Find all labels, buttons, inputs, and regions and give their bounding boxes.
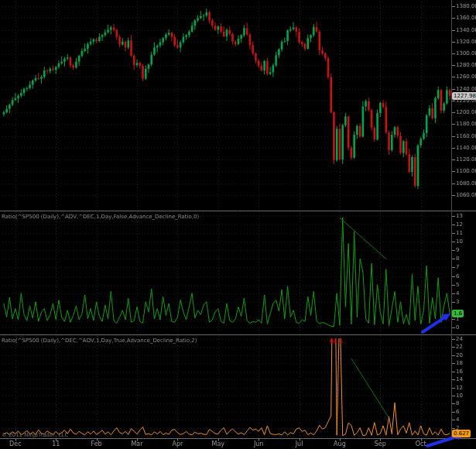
y-axis-tick-label: 4: [456, 416, 459, 423]
y-axis-tick-label: 6: [456, 409, 459, 415]
spike-value-annotation: 68.1: [330, 338, 343, 344]
y-axis-tick-label: 2: [456, 425, 459, 431]
x-axis-month-label: Mar: [131, 440, 142, 447]
y-axis-tick-label: 12: [456, 221, 463, 228]
dec-ratio-marker: 0.627: [452, 430, 471, 437]
y-axis-tick-label: 1340.00: [456, 27, 476, 33]
y-axis-tick-label: 10: [456, 238, 463, 245]
x-axis-month-label: Jun: [254, 440, 264, 447]
copyright-text: © 2011 NinjaTrader, LLC: [2, 432, 68, 438]
y-axis-tick-label: 24: [456, 336, 463, 342]
y-axis-tick-label: 14: [456, 376, 463, 382]
y-axis-tick-label: 7: [456, 264, 459, 270]
y-axis-tick-label: 1280.00: [456, 62, 476, 68]
y-axis-tick-label: 12: [456, 385, 463, 391]
y-axis-tick-label: 1220.00: [456, 98, 476, 104]
y-axis-tick-label: 0: [456, 433, 459, 439]
x-axis-month-label: Feb: [91, 440, 102, 447]
y-axis-tick-label: 1100.00: [456, 168, 476, 174]
x-axis-month-label: Jul: [296, 440, 303, 447]
y-axis-tick-label: 3: [456, 299, 459, 305]
x-axis-month-label: May: [211, 440, 224, 447]
y-axis-tick-label: 13: [456, 213, 463, 219]
y-axis-tick-label: 18: [456, 360, 463, 366]
y-axis-tick-label: 16: [456, 368, 463, 375]
y-axis-tick-label: 1160.00: [456, 133, 476, 139]
y-axis-tick-label: 9: [456, 247, 459, 253]
dec-adv-indicator-label[interactable]: Ratio(^SP500 (Daily),^DEC,^ADV,1,Day,Tru…: [2, 338, 197, 344]
y-axis-tick-label: 5: [456, 282, 459, 288]
adv-decline-indicator-label[interactable]: Ratio(^SP500 (Daily),^ADV,^DEC,1,Day,Fal…: [2, 214, 199, 220]
x-axis-month-label: Apr: [172, 440, 183, 447]
y-axis-tick-label: 1260.00: [456, 74, 476, 80]
ninjatrader-chart-window: Ratio(^SP500 (Daily),^ADV,^DEC,1,Day,Fal…: [0, 0, 476, 449]
x-axis-month-label: Dec: [9, 440, 21, 447]
x-axis-month-label: 11: [52, 440, 60, 447]
y-axis-tick-label: 8: [456, 255, 459, 262]
x-axis-month-label: Aug: [334, 440, 346, 447]
y-axis-tick-label: 1140.00: [456, 145, 476, 151]
x-axis-month-label: Oct: [416, 440, 426, 447]
y-axis-tick-label: 1300.00: [456, 50, 476, 57]
y-axis-tick-label: 1200.00: [456, 109, 476, 115]
y-axis-tick-label: 6: [456, 273, 459, 279]
y-axis-tick-label: 4: [456, 290, 459, 296]
y-axis-tick-label: 22: [456, 344, 463, 350]
y-axis-tick-label: 1360.00: [456, 15, 476, 21]
y-axis-tick-label: 0: [456, 324, 459, 331]
y-axis-tick-label: 8: [456, 400, 459, 406]
y-axis-tick-label: 1060.00: [456, 192, 476, 198]
x-axis-month-label: Sep: [375, 440, 386, 447]
y-axis-tick-label: 11: [456, 230, 463, 236]
y-axis-tick-label: 1240.00: [456, 86, 476, 92]
chart-overlay: Ratio(^SP500 (Daily),^ADV,^DEC,1,Day,Fal…: [0, 0, 476, 449]
y-axis-tick-label: 10: [456, 392, 463, 399]
y-axis-tick-label: 1320.00: [456, 39, 476, 45]
y-axis-tick-label: 1120.00: [456, 156, 476, 163]
y-axis-tick-label: 20: [456, 352, 463, 358]
y-axis-tick-label: 1: [456, 316, 459, 322]
y-axis-tick-label: 1180.00: [456, 121, 476, 127]
y-axis-tick-label: 1080.00: [456, 180, 476, 187]
y-axis-tick-label: 1380.00: [456, 3, 476, 9]
